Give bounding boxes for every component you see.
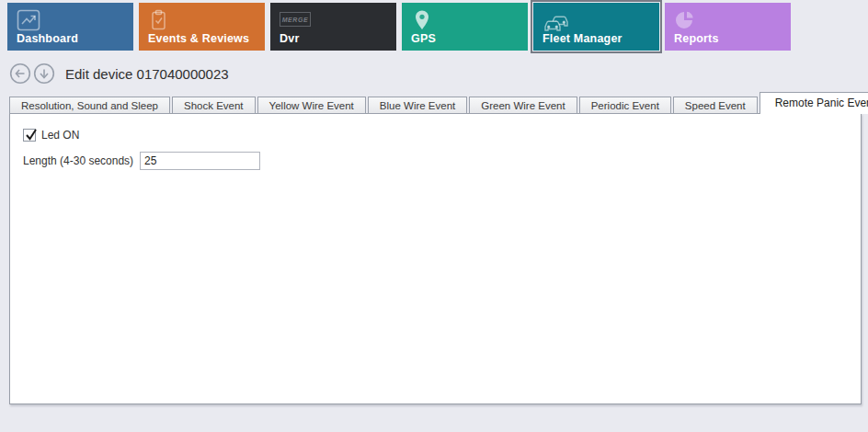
checkmark-icon xyxy=(25,127,38,142)
down-button[interactable] xyxy=(33,63,55,85)
nav-tile-label: Fleet Manager xyxy=(542,32,622,45)
tab-yellow-wire-event[interactable]: Yellow Wire Event xyxy=(257,97,366,114)
led-on-label: Led ON xyxy=(41,129,79,142)
remote-panic-event-panel: Led ON Length (4-30 seconds) xyxy=(9,113,862,404)
clipboard-check-icon xyxy=(148,9,265,31)
tab-remote-panic-event[interactable]: Remote Panic Event xyxy=(760,92,868,114)
nav-tile-label: GPS xyxy=(411,32,436,45)
device-settings-tabs: Resolution, Sound and Sleep Shock Event … xyxy=(9,92,868,114)
length-label: Length (4-30 seconds) xyxy=(23,154,133,167)
line-chart-icon xyxy=(17,9,133,31)
tab-speed-event[interactable]: Speed Event xyxy=(673,97,758,114)
page-header: Edit device 017040000023 xyxy=(0,55,868,92)
nav-tile-events-reviews[interactable]: Events & Reviews xyxy=(139,3,265,51)
nav-tile-gps[interactable]: GPS xyxy=(402,3,528,51)
left-arrow-icon xyxy=(9,63,31,85)
map-pin-icon xyxy=(411,9,528,31)
tab-resolution-sound-sleep[interactable]: Resolution, Sound and Sleep xyxy=(9,97,170,114)
tab-shock-event[interactable]: Shock Event xyxy=(172,97,256,114)
tab-green-wire-event[interactable]: Green Wire Event xyxy=(469,97,577,114)
length-input[interactable] xyxy=(140,152,260,170)
nav-tile-dashboard[interactable]: Dashboard xyxy=(7,3,133,51)
led-on-row: Led ON xyxy=(23,127,861,143)
nav-tile-reports[interactable]: Reports xyxy=(665,3,791,51)
nav-tile-label: Dvr xyxy=(280,32,299,45)
nav-tile-dvr[interactable]: MERGE Dvr xyxy=(270,3,396,51)
tab-periodic-event[interactable]: Periodic Event xyxy=(579,97,671,114)
nav-tile-label: Dashboard xyxy=(17,32,78,45)
cars-icon xyxy=(542,9,659,31)
page-title: Edit device 017040000023 xyxy=(65,66,229,82)
merge-logo-text: MERGE xyxy=(280,12,311,27)
length-row: Length (4-30 seconds) xyxy=(23,152,861,170)
nav-tile-label: Events & Reviews xyxy=(148,32,249,45)
down-arrow-icon xyxy=(33,63,55,85)
pie-chart-icon xyxy=(674,9,791,31)
top-nav: Dashboard Events & Reviews MERGE Dvr GPS xyxy=(0,0,868,55)
back-button[interactable] xyxy=(9,63,31,85)
merge-logo: MERGE xyxy=(280,12,396,34)
tab-blue-wire-event[interactable]: Blue Wire Event xyxy=(368,97,467,114)
nav-tile-fleet-manager[interactable]: Fleet Manager xyxy=(533,3,659,51)
nav-tile-label: Reports xyxy=(674,32,719,45)
led-on-checkbox[interactable] xyxy=(23,129,36,142)
